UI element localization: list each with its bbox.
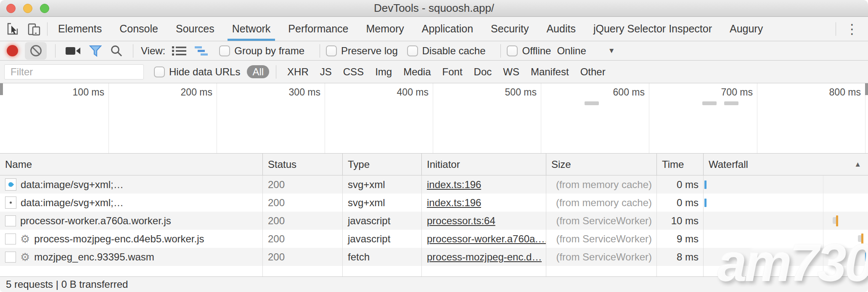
column-header-status[interactable]: Status [263, 154, 343, 175]
initiator-link[interactable]: processor-worker.a760a.… [427, 233, 546, 245]
table-rows: data:image/svg+xml;… 200 svg+xml index.t… [0, 175, 868, 266]
filter-type-all[interactable]: All [247, 65, 269, 78]
filter-type-img[interactable]: Img [375, 66, 392, 78]
offline-checkbox[interactable] [507, 45, 518, 56]
filter-input[interactable] [4, 64, 144, 80]
table-row[interactable]: ⚙ mozjpeg_enc.93395.wasm 200 fetch proce… [0, 248, 868, 266]
devtools-menu-icon[interactable]: ⋮ [842, 22, 862, 36]
filter-type-css[interactable]: CSS [343, 66, 364, 78]
filter-type-js[interactable]: JS [320, 66, 332, 78]
waterfall-bar [704, 199, 707, 207]
size-cell: (from memory cache) [546, 194, 657, 212]
table-row[interactable]: ⚙ process-mozjpeg-enc.d4eb5.worker.js 20… [0, 230, 868, 248]
overview-tick-label: 300 ms [257, 87, 320, 98]
screenshot-capture-icon[interactable] [66, 46, 81, 56]
initiator-link[interactable]: processor.ts:64 [427, 215, 495, 227]
minimize-window-button[interactable] [23, 4, 32, 13]
column-header-waterfall[interactable]: Waterfall ▲ [704, 154, 868, 175]
tab-elements[interactable]: Elements [53, 17, 106, 41]
filter-type-doc[interactable]: Doc [474, 66, 492, 78]
initiator-link[interactable]: process-mozjpeg-enc.d… [427, 251, 542, 263]
offline-label: Offline [522, 45, 551, 57]
throttling-select[interactable]: Online [557, 45, 586, 57]
filter-icon[interactable] [89, 45, 102, 57]
tab-performance[interactable]: Performance [283, 17, 353, 41]
device-toolbar-icon[interactable] [27, 22, 41, 36]
request-name: process-mozjpeg-enc.d4eb5.worker.js [34, 233, 204, 245]
tab-security[interactable]: Security [486, 17, 533, 41]
column-header-type[interactable]: Type [343, 154, 422, 175]
svg-preview-icon [5, 196, 16, 209]
network-overview[interactable]: 100 ms 200 ms 300 ms 400 ms 500 ms 600 m… [0, 83, 868, 154]
filter-type-other[interactable]: Other [580, 66, 606, 78]
requests-table: Name Status Type Initiator Size Time Wat… [0, 154, 868, 276]
list-view-icon[interactable] [172, 46, 186, 56]
overview-handle-right[interactable] [865, 83, 868, 95]
disable-cache-label: Disable cache [422, 45, 486, 57]
devtools-tabbar: Elements Console Sources Network Perform… [0, 17, 868, 41]
toolbar-divider-4 [500, 44, 501, 58]
tab-jquery-selector-inspector[interactable]: jQuery Selector Inspector [589, 17, 717, 41]
throttling-dropdown-arrow[interactable]: ▼ [608, 47, 615, 55]
hide-data-urls-checkbox[interactable] [154, 66, 165, 77]
tab-network[interactable]: Network [228, 17, 275, 41]
table-row[interactable]: data:image/svg+xml;… 200 svg+xml index.t… [0, 194, 868, 212]
tab-application[interactable]: Application [417, 17, 478, 41]
initiator-cell: process-mozjpeg-enc.d… [422, 248, 546, 266]
filter-type-ws[interactable]: WS [503, 66, 519, 78]
filter-type-xhr[interactable]: XHR [287, 66, 309, 78]
column-header-time[interactable]: Time [657, 154, 704, 175]
preserve-log-label: Preserve log [341, 45, 398, 57]
overview-tick-label: 600 ms [582, 87, 645, 98]
overview-tick-label: 200 ms [149, 87, 212, 98]
service-worker-gear-icon: ⚙ [20, 234, 30, 244]
overview-cached-bar [585, 101, 599, 105]
waterfall-bar [836, 215, 838, 226]
overview-gridline [541, 83, 541, 153]
inspect-element-icon[interactable] [6, 22, 20, 36]
record-button[interactable] [7, 45, 18, 56]
preserve-log-checkbox[interactable] [326, 45, 337, 56]
status-cell: 200 [263, 175, 343, 194]
network-filter-bar: Hide data URLs All XHR JS CSS Img Media … [0, 61, 868, 83]
dot-glyph [10, 202, 12, 204]
group-by-frame-checkbox[interactable] [219, 45, 230, 56]
waterfall-view-icon[interactable] [195, 46, 209, 56]
maximize-window-button[interactable] [40, 4, 49, 13]
tabbar-right-divider [836, 22, 836, 36]
tab-memory[interactable]: Memory [361, 17, 408, 41]
clear-button[interactable] [25, 42, 47, 60]
column-header-size[interactable]: Size [546, 154, 657, 175]
search-icon[interactable] [110, 45, 123, 57]
window-title: DevTools - squoosh.app/ [0, 0, 868, 16]
column-header-initiator[interactable]: Initiator [422, 154, 546, 175]
column-header-name[interactable]: Name [0, 154, 263, 175]
filter-type-media[interactable]: Media [403, 66, 431, 78]
waterfall-cell [704, 212, 868, 230]
tab-console[interactable]: Console [115, 17, 163, 41]
tabbar-divider [47, 22, 48, 36]
clear-icon [30, 45, 42, 56]
filter-type-font[interactable]: Font [442, 66, 463, 78]
time-cell: 10 ms [657, 212, 704, 230]
status-cell: 200 [263, 248, 343, 266]
initiator-cell: processor.ts:64 [422, 212, 546, 230]
close-window-button[interactable] [6, 4, 16, 13]
tab-audits[interactable]: Audits [542, 17, 580, 41]
initiator-link[interactable]: index.ts:196 [427, 179, 481, 191]
overview-handle-left[interactable] [0, 83, 3, 95]
status-cell: 200 [263, 212, 343, 230]
table-row[interactable]: processor-worker.a760a.worker.js 200 jav… [0, 212, 868, 230]
filter-type-manifest[interactable]: Manifest [531, 66, 569, 78]
sort-ascending-icon[interactable]: ▲ [854, 160, 861, 169]
type-cell: svg+xml [343, 194, 422, 212]
traffic-lights [6, 4, 49, 13]
initiator-link[interactable]: index.ts:196 [427, 197, 481, 209]
disable-cache-checkbox[interactable] [407, 45, 418, 56]
tab-sources[interactable]: Sources [171, 17, 219, 41]
request-name: processor-worker.a760a.worker.js [20, 215, 171, 227]
filter-types: XHR JS CSS Img Media Font Doc WS Manifes… [287, 66, 606, 78]
tab-augury[interactable]: Augury [725, 17, 767, 41]
overview-cached-bar [724, 101, 738, 105]
table-row[interactable]: data:image/svg+xml;… 200 svg+xml index.t… [0, 175, 868, 194]
